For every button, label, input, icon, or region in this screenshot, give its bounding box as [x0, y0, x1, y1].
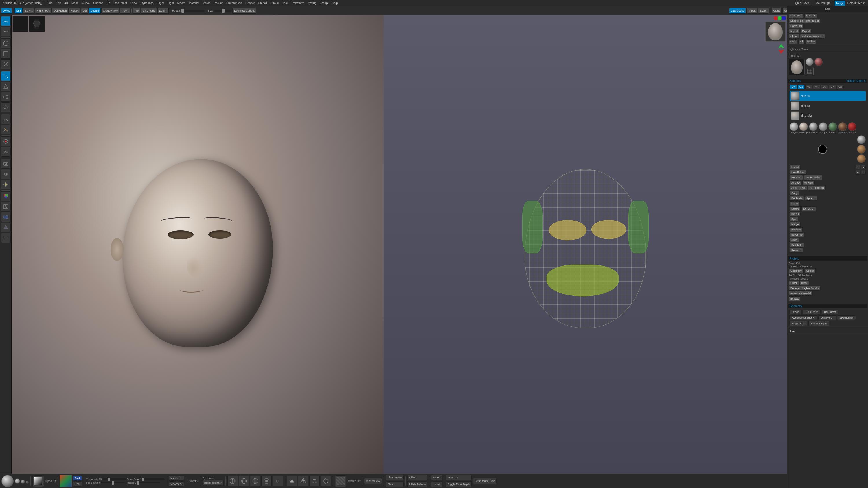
copy-tool-btn[interactable]: Copy Tool — [789, 24, 804, 28]
mat-reflecto[interactable]: Reflect0 — [848, 122, 857, 134]
zproject-btn[interactable] — [261, 476, 272, 486]
rp-all-btn[interactable]: All — [798, 39, 805, 44]
rotate-slider[interactable] — [181, 10, 205, 11]
zsub-btn[interactable]: Zsub — [73, 476, 82, 481]
view-mask-btn[interactable]: ViewMask — [169, 481, 184, 487]
v-tab-v6[interactable]: V6 — [821, 85, 828, 89]
export-btn[interactable]: Export — [758, 8, 769, 13]
geom-reconstruct-btn[interactable]: Reconstruct Subdiv — [789, 316, 817, 320]
del-hidden-btn[interactable]: Del Hidden — [52, 8, 69, 13]
merge-btn[interactable]: Merge — [834, 0, 845, 6]
mini-head-preview[interactable] — [765, 22, 785, 42]
thumbnail-2[interactable] — [29, 16, 45, 32]
bevel-pro-btn[interactable]: Bevel Pro — [789, 232, 804, 237]
v-tab-v5[interactable]: V5 — [813, 85, 820, 89]
colour-tab-btn[interactable]: Colour — [805, 268, 816, 273]
v-tab-v3[interactable]: V3 — [797, 85, 805, 89]
zremesher2-btn[interactable] — [298, 476, 308, 486]
subtool-item-2[interactable]: zbrs_no — [789, 101, 866, 111]
polymesh-icon[interactable] — [806, 67, 814, 75]
clone-btn[interactable]: Clone — [772, 8, 782, 13]
all-low-btn[interactable]: All Low — [789, 181, 802, 185]
menu-3d[interactable]: 3D — [63, 1, 69, 5]
viewport[interactable] — [11, 15, 787, 474]
texture-off-btn[interactable] — [335, 475, 346, 487]
insert-subtool-btn[interactable]: Insert — [789, 201, 800, 206]
outer-btn[interactable]: Outer — [789, 281, 799, 285]
canvas-area[interactable] — [11, 15, 787, 474]
z-intensity-slider[interactable] — [102, 479, 126, 480]
subtool-item-3[interactable]: zbrs_Sk2 — [789, 111, 866, 121]
rp-export-btn[interactable]: Export — [801, 29, 812, 34]
hsvcalc-btn[interactable] — [818, 144, 827, 154]
mat-basicmat[interactable]: BasicMa — [838, 122, 847, 134]
menu-movie[interactable]: Movie — [201, 1, 212, 5]
divide-btn[interactable]: Divide — [1, 8, 12, 13]
menu-zbrush[interactable]: ZBrush 2022.0.2 [jamesBusby] — [1, 1, 44, 5]
export-btn2[interactable]: Export — [431, 475, 442, 481]
texture-raw-btn[interactable]: TextureRAW — [364, 478, 382, 484]
color-preview-btn[interactable] — [60, 475, 72, 487]
lt-frame[interactable] — [1, 49, 11, 59]
mat-bumpv[interactable]: BumpV — [819, 122, 828, 134]
lt-move[interactable]: Move — [1, 27, 11, 36]
subtools-header[interactable]: Subtools Visible Count 6 — [788, 78, 867, 83]
geom-divide-btn[interactable]: Divide — [789, 310, 802, 314]
menu-draw[interactable]: Draw — [129, 1, 138, 5]
mat-flatcol[interactable]: FlatCol — [828, 122, 837, 134]
matcap-sphere[interactable] — [857, 145, 866, 154]
lazy-mouse-btn[interactable]: LazyMouse — [729, 8, 746, 13]
menu-macro[interactable]: Macro — [176, 1, 187, 5]
insert-btn[interactable]: Insert — [120, 8, 130, 13]
load-tool-btn[interactable]: Load Tool — [789, 13, 804, 18]
claybuild-btn[interactable] — [287, 476, 297, 486]
menu-edit[interactable]: Edit — [54, 1, 62, 5]
higher-res-btn[interactable]: Higher Res — [35, 8, 52, 13]
menu-curve[interactable]: Curve — [81, 1, 91, 5]
unfold-btn[interactable]: - — [861, 165, 866, 169]
menu-light[interactable]: Light — [166, 1, 175, 5]
remesh-btn[interactable]: Remesh — [789, 248, 803, 253]
menu-help[interactable]: Help — [331, 1, 339, 5]
back-face-mask-btn[interactable]: BackFaceMask — [203, 480, 224, 485]
split-btn[interactable]: Split — [789, 217, 798, 222]
menu-material[interactable]: Material — [187, 1, 201, 5]
mat-matcap[interactable]: MatCap — [799, 122, 808, 134]
size-slider[interactable] — [214, 10, 232, 11]
project-header[interactable]: Project — [788, 256, 867, 261]
lt-slice-curve[interactable] — [1, 125, 11, 134]
inner-btn[interactable]: Inner — [800, 281, 809, 285]
clear-btn[interactable]: Clear — [386, 481, 404, 487]
flip-btn[interactable]: Flip — [133, 8, 141, 13]
menu-preferences[interactable]: Preferences — [225, 1, 243, 5]
inflate2-btn[interactable] — [320, 476, 331, 486]
boolean-btn[interactable]: Boolean — [789, 227, 803, 232]
subdiv-btn[interactable]: SDIv 1 — [23, 8, 34, 13]
menu-stencil[interactable]: Stencil — [257, 1, 269, 5]
inflate-balloon-btn[interactable]: Inflate Balloon — [407, 481, 427, 487]
menu-stroke[interactable]: Stroke — [269, 1, 280, 5]
morph-btn[interactable] — [273, 476, 283, 486]
lt-camera[interactable] — [1, 159, 11, 168]
zremesh-btn[interactable] — [250, 476, 260, 486]
v-tab-v4[interactable]: V4 — [805, 85, 812, 89]
lt-edit[interactable] — [1, 38, 11, 48]
rp-import-btn[interactable]: Import — [789, 29, 800, 34]
zmetal-sphere[interactable] — [857, 135, 866, 144]
align-btn[interactable]: Align — [789, 238, 799, 242]
default-zmesh-btn[interactable]: DefaultZMesh — [846, 1, 867, 5]
menu-file[interactable]: File — [46, 1, 54, 5]
see-through-btn[interactable]: See-through — [813, 1, 832, 5]
append-btn[interactable]: Append — [805, 196, 817, 201]
lt-align[interactable] — [1, 233, 11, 243]
toggle-mask-btn[interactable]: Toggle Mask Depth — [446, 481, 472, 487]
lt-fill-poly[interactable] — [1, 223, 11, 232]
del-label-btn[interactable]: Del — [81, 8, 89, 13]
make-polymesh-btn[interactable]: Make PolyMesh3D — [800, 34, 826, 39]
brush-dot-2[interactable] — [21, 480, 25, 484]
menu-tool[interactable]: Tool — [281, 1, 289, 5]
rp-goz-btn[interactable]: GoZ — [789, 39, 797, 44]
merge-subtool-btn[interactable]: Merge — [789, 222, 801, 227]
jellybean-sphere[interactable] — [857, 154, 866, 163]
menu-surface[interactable]: Surface — [92, 1, 104, 5]
